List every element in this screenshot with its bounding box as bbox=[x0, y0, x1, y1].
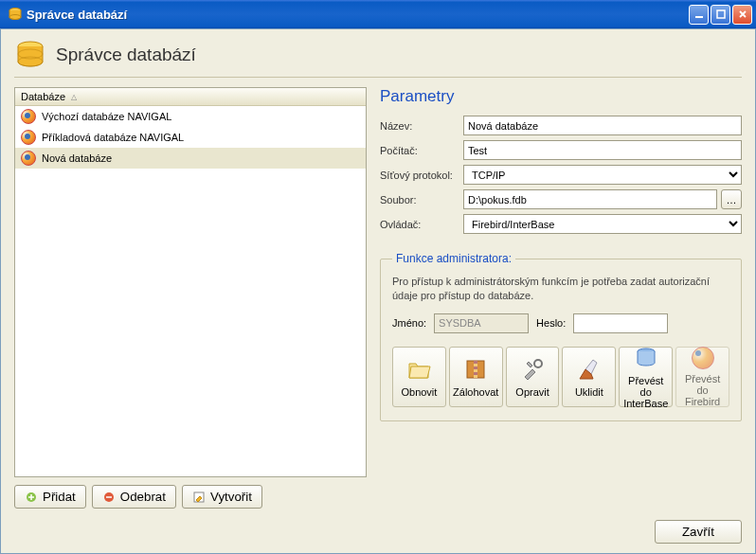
tools-icon bbox=[519, 356, 546, 383]
list-column-label: Databáze bbox=[21, 91, 65, 102]
restore-label: Obnovit bbox=[401, 386, 437, 398]
driver-select[interactable]: Firebird/InterBase bbox=[463, 214, 742, 234]
svg-rect-13 bbox=[474, 366, 477, 369]
database-convert-icon bbox=[633, 345, 659, 371]
repair-button[interactable]: Opravit bbox=[506, 347, 560, 407]
username-field bbox=[434, 313, 529, 333]
protocol-select[interactable]: TCP/IP bbox=[463, 165, 742, 185]
window-title: Správce databází bbox=[27, 8, 689, 22]
svg-rect-14 bbox=[474, 372, 477, 375]
list-item-label: Výchozí databáze NAVIGAL bbox=[42, 111, 171, 122]
label-driver: Ovládač: bbox=[380, 219, 463, 230]
section-title-params: Parametry bbox=[380, 87, 742, 106]
firebird-icon bbox=[21, 109, 36, 124]
close-button-label: Zavřít bbox=[682, 525, 714, 539]
firebird-icon bbox=[21, 130, 36, 145]
page-header: Správce databází bbox=[14, 39, 742, 78]
svg-rect-2 bbox=[695, 16, 703, 18]
ellipsis-icon: … bbox=[727, 194, 737, 206]
add-button-label: Přidat bbox=[43, 490, 76, 504]
plus-icon bbox=[25, 491, 38, 504]
convert-firebird-button: Převést do Firebird bbox=[675, 347, 729, 407]
restore-button[interactable]: Obnovit bbox=[392, 347, 446, 407]
list-item-label: Příkladová databáze NAVIGAL bbox=[42, 132, 184, 143]
svg-point-15 bbox=[534, 360, 542, 367]
list-item[interactable]: Výchozí databáze NAVIGAL bbox=[15, 106, 366, 127]
page-title: Správce databází bbox=[56, 45, 196, 65]
app-icon bbox=[8, 7, 23, 22]
password-field[interactable] bbox=[573, 313, 668, 333]
label-password: Heslo: bbox=[536, 317, 566, 329]
create-button-label: Vytvořit bbox=[210, 490, 252, 504]
backup-label: Zálohovat bbox=[453, 386, 498, 398]
titlebar: Správce databází bbox=[0, 0, 756, 28]
label-host: Počítač: bbox=[380, 145, 463, 156]
convert-fb-label: Převést do Firebird bbox=[678, 373, 727, 407]
convert-interbase-button[interactable]: Převést do InterBase bbox=[619, 347, 673, 407]
close-button[interactable]: Zavřít bbox=[655, 520, 742, 544]
admin-legend: Funkce administratora: bbox=[392, 252, 515, 265]
database-list: Databáze △ Výchozí databáze NAVIGALPříkl… bbox=[14, 87, 367, 477]
label-username: Jméno: bbox=[392, 317, 426, 329]
sort-indicator-icon: △ bbox=[71, 93, 77, 101]
name-field[interactable] bbox=[463, 116, 742, 135]
firebird-icon bbox=[21, 151, 36, 166]
browse-file-button[interactable]: … bbox=[721, 189, 742, 209]
add-button[interactable]: Přidat bbox=[14, 485, 86, 509]
backup-button[interactable]: Zálohovat bbox=[449, 347, 503, 407]
window-close-button[interactable] bbox=[732, 5, 752, 25]
admin-description: Pro přístup k administrátorským funkcím … bbox=[392, 275, 729, 304]
list-item[interactable]: Příkladová databáze NAVIGAL bbox=[15, 127, 366, 148]
clean-button[interactable]: Uklidit bbox=[562, 347, 616, 407]
label-protocol: Síťový protokol: bbox=[380, 170, 463, 181]
folder-open-icon bbox=[405, 356, 432, 383]
minus-icon bbox=[102, 491, 116, 504]
broom-icon bbox=[576, 356, 603, 383]
repair-label: Opravit bbox=[515, 386, 549, 398]
edit-icon bbox=[192, 491, 206, 504]
list-header-column[interactable]: Databáze △ bbox=[15, 88, 366, 106]
label-file: Soubor: bbox=[380, 194, 463, 206]
list-item-label: Nová databáze bbox=[42, 152, 112, 164]
label-name: Název: bbox=[380, 120, 463, 132]
admin-fieldset: Funkce administratora: Pro přístup k adm… bbox=[380, 252, 742, 421]
create-button[interactable]: Vytvořit bbox=[182, 485, 262, 509]
convert-ib-label: Převést do InterBase bbox=[621, 375, 670, 409]
remove-button-label: Odebrat bbox=[120, 490, 166, 504]
svg-rect-3 bbox=[717, 10, 725, 18]
file-field[interactable] bbox=[463, 189, 717, 209]
host-field[interactable] bbox=[463, 140, 742, 160]
remove-button[interactable]: Odebrat bbox=[92, 485, 176, 509]
window-minimize-button[interactable] bbox=[689, 5, 709, 25]
archive-icon bbox=[462, 356, 489, 383]
svg-rect-12 bbox=[474, 361, 477, 364]
firebird-icon bbox=[690, 347, 716, 369]
clean-label: Uklidit bbox=[575, 386, 603, 398]
list-item[interactable]: Nová databáze bbox=[15, 148, 366, 169]
database-icon bbox=[14, 39, 46, 71]
window-maximize-button[interactable] bbox=[711, 5, 730, 25]
